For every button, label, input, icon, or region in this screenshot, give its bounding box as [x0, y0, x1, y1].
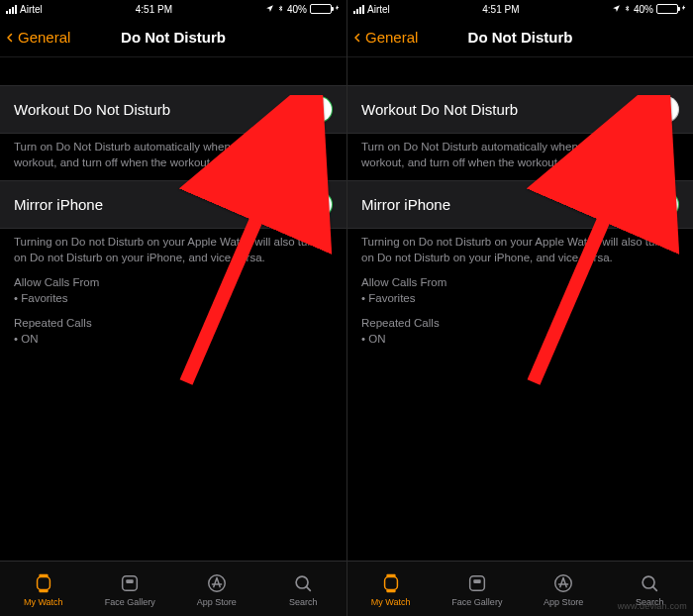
nav-header: General Do Not Disturb — [347, 18, 693, 57]
svg-rect-13 — [473, 579, 480, 583]
phone-screenshot-left: Airtel 4:51 PM 40% General Do Not Distur… — [0, 0, 346, 616]
tab-my-watch[interactable]: My Watch — [347, 562, 434, 616]
status-bar: Airtel 4:51 PM 40% — [347, 0, 693, 18]
tab-my-watch[interactable]: My Watch — [0, 562, 87, 616]
watch-icon — [32, 571, 55, 595]
charging-icon — [681, 3, 687, 15]
watermark: www.devlan.com — [618, 601, 687, 611]
svg-rect-4 — [127, 579, 134, 583]
workout-dnd-label: Workout Do Not Disturb — [361, 101, 518, 118]
tab-label: Face Gallery — [451, 597, 502, 607]
allow-calls-value: • Favorites — [361, 291, 679, 307]
tab-search[interactable]: Search — [260, 562, 347, 616]
face-gallery-icon — [118, 571, 142, 595]
mirror-iphone-label: Mirror iPhone — [361, 196, 450, 213]
mirror-iphone-toggle[interactable] — [634, 191, 679, 218]
tab-label: Face Gallery — [105, 597, 155, 607]
svg-line-7 — [307, 586, 311, 590]
charging-icon — [335, 3, 341, 15]
search-icon — [291, 571, 315, 595]
mirror-iphone-footer: Turning on Do not Disturb on your Apple … — [347, 229, 693, 357]
mirror-iphone-toggle[interactable] — [287, 191, 333, 218]
workout-dnd-label: Workout Do Not Disturb — [14, 101, 170, 118]
battery-icon — [310, 4, 332, 14]
location-icon — [612, 4, 621, 15]
bluetooth-icon — [277, 3, 284, 16]
tab-app-store[interactable]: App Store — [521, 562, 607, 616]
back-label: General — [18, 29, 70, 46]
repeated-calls-title: Repeated Calls — [14, 316, 333, 332]
battery-pct: 40% — [287, 4, 307, 15]
watch-icon — [379, 571, 403, 595]
back-button[interactable]: General — [0, 29, 70, 46]
signal-bars-icon — [353, 5, 364, 14]
svg-line-16 — [653, 586, 657, 590]
battery-icon — [656, 4, 678, 14]
workout-dnd-toggle[interactable] — [287, 96, 333, 123]
mirror-iphone-row[interactable]: Mirror iPhone — [347, 180, 693, 229]
content-area: Workout Do Not Disturb Turn on Do Not Di… — [0, 57, 346, 561]
allow-calls-title: Allow Calls From — [14, 275, 333, 291]
allow-calls-title: Allow Calls From — [361, 275, 679, 291]
content-area: Workout Do Not Disturb Turn on Do Not Di… — [347, 57, 693, 561]
status-bar: Airtel 4:51 PM 40% — [0, 0, 346, 18]
app-store-icon — [551, 571, 575, 595]
status-time: 4:51 PM — [482, 4, 519, 15]
tab-label: App Store — [197, 597, 237, 607]
search-icon — [638, 571, 661, 595]
workout-dnd-row[interactable]: Workout Do Not Disturb — [347, 85, 693, 134]
tab-face-gallery[interactable]: Face Gallery — [87, 562, 174, 616]
tab-label: Search — [289, 597, 318, 607]
battery-pct: 40% — [634, 4, 653, 15]
workout-dnd-toggle[interactable] — [634, 96, 679, 123]
tab-label: My Watch — [24, 597, 63, 607]
tab-face-gallery[interactable]: Face Gallery — [434, 562, 520, 616]
carrier-label: Airtel — [367, 4, 390, 15]
carrier-label: Airtel — [20, 4, 43, 15]
status-time: 4:51 PM — [136, 4, 172, 15]
back-label: General — [365, 29, 418, 46]
tab-label: App Store — [544, 597, 583, 607]
face-gallery-icon — [465, 571, 489, 595]
mirror-iphone-row[interactable]: Mirror iPhone — [0, 180, 346, 229]
repeated-calls-value: • ON — [361, 332, 679, 348]
tab-bar: My Watch Face Gallery App Store Search — [0, 561, 346, 616]
back-button[interactable]: General — [347, 29, 418, 46]
mirror-iphone-label: Mirror iPhone — [14, 196, 103, 213]
workout-dnd-row[interactable]: Workout Do Not Disturb — [0, 85, 346, 134]
app-store-icon — [205, 571, 229, 595]
allow-calls-value: • Favorites — [14, 291, 333, 307]
tab-label: My Watch — [371, 597, 411, 607]
location-icon — [265, 4, 274, 15]
repeated-calls-value: • ON — [14, 332, 333, 348]
nav-header: General Do Not Disturb — [0, 18, 346, 57]
mirror-iphone-footer: Turning on Do not Disturb on your Apple … — [0, 229, 346, 357]
workout-dnd-footer: Turn on Do Not Disturb automatically whe… — [347, 134, 693, 180]
workout-dnd-footer: Turn on Do Not Disturb automatically whe… — [0, 134, 346, 180]
chevron-left-icon — [351, 32, 363, 44]
chevron-left-icon — [4, 32, 16, 44]
phone-screenshot-right: Airtel 4:51 PM 40% General Do Not Distur… — [346, 0, 693, 616]
repeated-calls-title: Repeated Calls — [361, 316, 679, 332]
tab-app-store[interactable]: App Store — [173, 562, 260, 616]
signal-bars-icon — [6, 5, 17, 14]
svg-rect-11 — [384, 576, 397, 589]
bluetooth-icon — [624, 3, 631, 16]
svg-rect-2 — [37, 576, 50, 589]
